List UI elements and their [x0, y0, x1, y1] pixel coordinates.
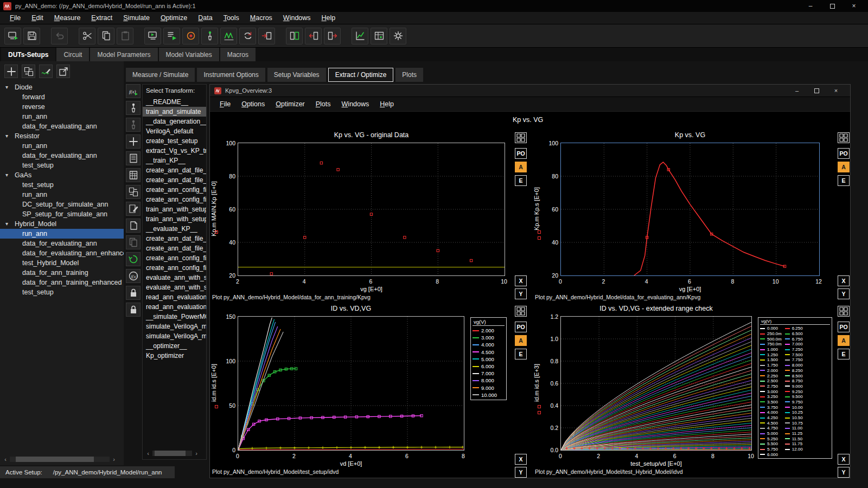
plot-menu-help[interactable]: Help — [374, 99, 399, 110]
plot-canvas[interactable] — [238, 316, 464, 451]
page-icon[interactable] — [126, 219, 141, 233]
plot-button-e[interactable]: E — [838, 175, 850, 186]
menu-windows[interactable]: Windows — [278, 12, 316, 23]
tree-item-hybrid-model-data-for-evaluating-ann-enhance[interactable]: data_for_evaluating_ann_enhance — [0, 248, 124, 258]
transform-item-readme[interactable]: __README__ — [143, 97, 206, 107]
scrollbar-thumb[interactable] — [155, 451, 186, 456]
add-icon[interactable] — [4, 65, 18, 78]
tree-item-hybrid-model-data-for-ann-training-enhanced[interactable]: data_for_ann_training_enhanced — [0, 278, 124, 287]
transform-item-evaluate-ann-with-se[interactable]: evaluate_ann_with_se — [143, 282, 206, 292]
hardware-setup-icon[interactable] — [4, 28, 21, 44]
setup-tab-instrument-options[interactable]: Instrument Options — [197, 68, 265, 82]
settings-gear-icon[interactable] — [390, 28, 406, 44]
transform-item-train-kp[interactable]: __train_KP__ — [143, 156, 206, 165]
plot-canvas[interactable] — [238, 143, 505, 276]
menu-measure[interactable]: Measure — [49, 12, 86, 23]
tab-circuit[interactable]: Circuit — [56, 48, 89, 61]
tree-item-gaas-sp-setup-for-simulate-ann[interactable]: SP_setup_for_simulate_ann — [0, 209, 124, 219]
instrument-probe-disabled-icon[interactable] — [126, 118, 141, 132]
transform-item-create-ann-config-file[interactable]: create_ann_config_file — [143, 195, 206, 204]
calibration-icon[interactable] — [182, 28, 199, 44]
transform-item-evaluate-kp[interactable]: __evaluate_KP__ — [143, 224, 206, 234]
edit-pencil-icon[interactable] — [39, 65, 53, 78]
axis-button-x[interactable]: X — [515, 454, 527, 465]
menu-tools[interactable]: Tools — [218, 12, 245, 23]
extract-icon[interactable] — [305, 28, 322, 44]
function-icon[interactable]: f(x) — [126, 269, 141, 283]
transform-horizontal-scrollbar[interactable]: ‹ › — [145, 450, 200, 457]
duplicate-icon[interactable] — [22, 65, 35, 78]
transform-item-train-ann-with-setup[interactable]: train_ann_with_setup — [143, 204, 206, 214]
menu-extract[interactable]: Extract — [86, 12, 118, 23]
program-transform-icon[interactable]: f(x) — [126, 84, 141, 98]
plot-selector-button[interactable] — [515, 306, 527, 317]
tree-group-gaas[interactable]: ▾GaAs — [0, 170, 124, 180]
transform-item-create-ann-config-file[interactable]: create_ann_config_file — [143, 185, 206, 195]
setup-tab-setup-variables[interactable]: Setup Variables — [267, 68, 326, 82]
lock-alt-icon[interactable] — [126, 303, 141, 317]
model-parameters-icon[interactable] — [371, 28, 387, 44]
measure-icon[interactable] — [144, 28, 161, 44]
tree-item-resistor-test-setup[interactable]: test_setup — [0, 160, 124, 170]
plot-selector-button[interactable] — [838, 132, 850, 143]
add-item-icon[interactable] — [126, 134, 141, 149]
undo-icon[interactable] — [51, 28, 68, 44]
axis-button-y[interactable]: Y — [838, 467, 850, 478]
tree-horizontal-scrollbar[interactable]: ‹ › — [2, 455, 117, 463]
axis-button-y[interactable]: Y — [515, 467, 527, 478]
menu-simulate[interactable]: Simulate — [118, 12, 155, 23]
plot-menu-optimizer[interactable]: Optimizer — [270, 99, 310, 110]
scrollbar-thumb[interactable] — [16, 457, 94, 462]
transform-item-create-ann-dat-file-fo[interactable]: create_ann_dat_file_fo — [143, 234, 206, 243]
tree-item-hybrid-model-run-ann[interactable]: run_ann — [0, 229, 124, 239]
transform-item-create-ann-dat-file-fo[interactable]: create_ann_dat_file_fo — [143, 243, 206, 253]
tree-item-diode-run-ann[interactable]: run_ann — [0, 112, 124, 121]
edit-document-icon[interactable] — [126, 202, 141, 216]
close-button[interactable]: × — [826, 85, 846, 97]
scroll-right-icon[interactable]: › — [111, 456, 117, 463]
transform-item-veriloga-default[interactable]: VerilogA_default — [143, 126, 206, 136]
transform-item-data-generation[interactable]: __data_generation__ — [143, 117, 206, 126]
plot-button-po[interactable]: PO — [838, 322, 850, 332]
plot-window-title-bar[interactable]: Kpvg_Overview:3 – × — [210, 85, 850, 97]
setup-tab-plots[interactable]: Plots — [395, 68, 423, 82]
maximize-button[interactable] — [821, 0, 843, 12]
plot-button-po[interactable]: PO — [838, 148, 850, 159]
display-waveform-icon[interactable] — [220, 28, 237, 44]
tile-windows-icon[interactable] — [286, 28, 303, 44]
copy-setup-icon[interactable] — [126, 185, 141, 199]
save-icon[interactable] — [23, 28, 40, 44]
plot-button-e[interactable]: E — [515, 175, 527, 186]
scroll-left-icon[interactable]: ‹ — [145, 450, 151, 457]
axis-button-x[interactable]: X — [838, 454, 850, 465]
transform-item-create-ann-dat-file-fo[interactable]: create_ann_dat_file_fo — [143, 175, 206, 185]
tree-item-diode-reverse[interactable]: reverse — [0, 102, 124, 112]
close-button[interactable]: × — [843, 0, 865, 12]
plot-canvas[interactable] — [560, 143, 820, 276]
tree-item-diode-forward[interactable]: forward — [0, 92, 124, 102]
transform-item-simulate-veriloga-mc[interactable]: simulate_VerilogA_mc — [143, 331, 206, 341]
tab-duts-setups[interactable]: DUTs-Setups — [1, 48, 55, 61]
plot-menu-options[interactable]: Options — [236, 99, 270, 110]
simulate-icon[interactable] — [163, 28, 180, 44]
tree-item-hybrid-model-data-for-ann-training[interactable]: data_for_ann_training — [0, 268, 124, 278]
scroll-left-icon[interactable]: ‹ — [2, 456, 9, 463]
transform-item-simulate-veriloga-mc[interactable]: simulate_VerilogA_mc — [143, 322, 206, 331]
plot-button-a[interactable]: A — [515, 162, 527, 172]
menu-edit[interactable]: Edit — [26, 12, 49, 23]
plot-selector-button[interactable] — [838, 306, 850, 317]
plot-button-a[interactable]: A — [838, 162, 850, 172]
menu-file[interactable]: File — [4, 12, 26, 23]
cut-icon[interactable] — [79, 28, 95, 44]
maximize-button[interactable] — [807, 85, 826, 97]
plot-chart-icon[interactable] — [352, 28, 368, 44]
tree-item-hybrid-model-test-hybrid-model[interactable]: test_Hybrid_Model — [0, 258, 124, 268]
plot-button-po[interactable]: PO — [515, 148, 527, 159]
data-table-icon[interactable] — [126, 168, 141, 182]
tree-group-diode[interactable]: ▾Diode — [0, 82, 124, 92]
rescale-icon[interactable] — [239, 28, 256, 44]
setup-tab-measure-simulate[interactable]: Measure / Simulate — [126, 68, 195, 82]
tree-item-hybrid-model-data-for-evaluating-ann[interactable]: data_for_evaluating_ann — [0, 239, 124, 248]
tree-item-diode-data-for-evaluating-ann[interactable]: data_for_evaluating_ann — [0, 121, 124, 131]
axis-button-y[interactable]: Y — [515, 288, 527, 299]
